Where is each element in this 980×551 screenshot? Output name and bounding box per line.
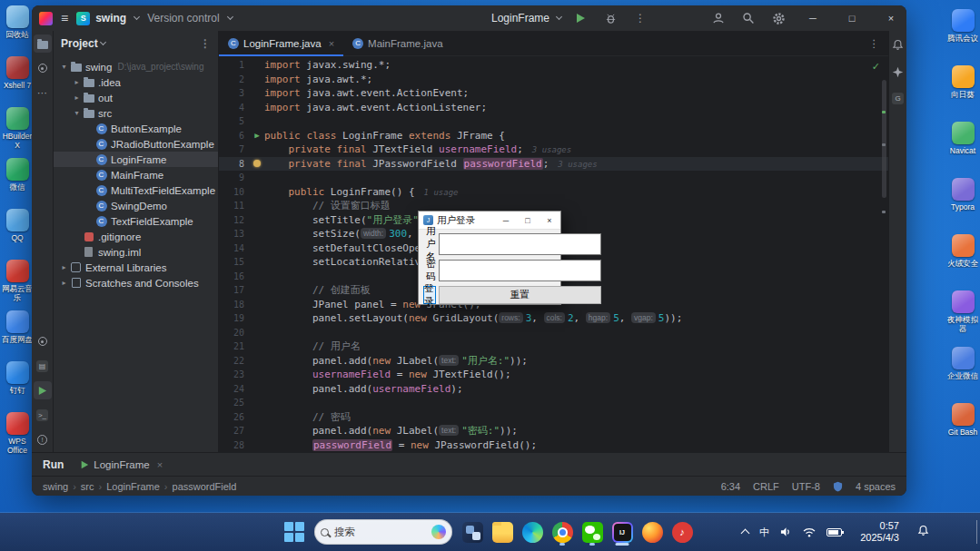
desktop-icon-right-6[interactable]: 企业微信 bbox=[947, 347, 978, 380]
minimize-button[interactable]: ─ bbox=[797, 5, 828, 31]
taskbar-search[interactable]: 搜索 bbox=[314, 519, 452, 545]
tree-item-TextFieldExample[interactable]: CTextFieldExample bbox=[54, 213, 218, 229]
vcs-widget[interactable]: Version control bbox=[147, 12, 232, 25]
more-actions-button[interactable]: ⋮ bbox=[629, 7, 651, 29]
tab-loginframe-java[interactable]: C LoginFrame.java × bbox=[219, 31, 343, 55]
wifi-icon[interactable] bbox=[803, 527, 816, 537]
code-line-22[interactable]: 22 panel.add(new JLabel(text:"用户名:")); bbox=[219, 354, 888, 369]
desktop-icon-right-2[interactable]: Navicat bbox=[947, 122, 978, 155]
tree-item-swing.iml[interactable]: swing.iml bbox=[54, 244, 218, 260]
run-button[interactable] bbox=[569, 7, 591, 29]
project-panel-header[interactable]: Project ⋮ bbox=[54, 31, 218, 56]
shield-icon[interactable] bbox=[833, 481, 843, 492]
code-line-25[interactable]: 25 bbox=[219, 396, 888, 410]
main-menu-icon[interactable]: ≡ bbox=[61, 12, 68, 25]
close-button[interactable]: × bbox=[876, 5, 906, 31]
caret-position[interactable]: 6:34 bbox=[721, 481, 740, 492]
code-line-24[interactable]: 24 panel.add(usernameField); bbox=[219, 382, 888, 397]
project-tool-button[interactable] bbox=[34, 34, 52, 53]
code-line-7[interactable]: 7 private final JTextField usernameField… bbox=[219, 143, 888, 157]
terminal-tool-button[interactable]: >_ bbox=[34, 406, 52, 424]
ai-assistant-button[interactable] bbox=[892, 65, 904, 82]
tree-item-MultiTextFieldExample[interactable]: CMultiTextFieldExample bbox=[54, 182, 218, 198]
more-tools-button[interactable]: ⋯ bbox=[34, 84, 52, 102]
tree-item-External Libraries[interactable]: ▸External Libraries bbox=[54, 260, 218, 275]
code-line-23[interactable]: 23 usernameField = new JTextField(); bbox=[219, 368, 888, 382]
run-config-widget[interactable]: LoginFrame bbox=[491, 12, 561, 25]
taskbar-app-edge[interactable] bbox=[520, 518, 544, 546]
desktop-icon-right-0[interactable]: 腾讯会议 bbox=[947, 9, 978, 43]
tree-item-LoginFrame[interactable]: CLoginFrame bbox=[54, 152, 218, 167]
taskbar-app-task-view[interactable] bbox=[460, 518, 484, 546]
code-line-9[interactable]: 9 bbox=[219, 171, 888, 185]
desktop-icon-right-4[interactable]: 火绒安全 bbox=[947, 234, 978, 268]
tree-item-.idea[interactable]: ▸.idea bbox=[54, 74, 218, 90]
username-field[interactable] bbox=[439, 233, 601, 255]
notifications-button[interactable] bbox=[892, 38, 904, 54]
dialog-close-button[interactable]: × bbox=[539, 212, 560, 229]
taskbar-app-netease-music[interactable] bbox=[670, 518, 694, 546]
start-button[interactable] bbox=[282, 520, 306, 544]
run-tab[interactable]: LoginFrame × bbox=[80, 459, 163, 470]
file-encoding[interactable]: UTF-8 bbox=[792, 481, 820, 492]
inspections-ok-icon[interactable]: ✓ bbox=[872, 61, 880, 73]
tray-overflow-icon[interactable] bbox=[741, 529, 750, 538]
code-line-27[interactable]: 27 panel.add(new JLabel(text:"密码:")); bbox=[219, 424, 888, 438]
notification-center-button[interactable] bbox=[917, 524, 929, 540]
tree-item-out[interactable]: ▸out bbox=[54, 90, 218, 105]
desktop-icon-left-1[interactable]: Xshell 7 bbox=[2, 56, 33, 90]
run-tab-close-icon[interactable]: × bbox=[157, 459, 163, 470]
desktop-icon-left-0[interactable]: 回收站 bbox=[2, 5, 33, 39]
reset-button[interactable]: 重置 bbox=[439, 286, 601, 304]
taskbar-app-wechat[interactable] bbox=[580, 518, 604, 546]
battery-icon[interactable] bbox=[827, 528, 842, 536]
desktop-icon-left-7[interactable]: 钉钉 bbox=[2, 361, 33, 395]
code-line-6[interactable]: 6▶public class LoginFrame extends JFrame… bbox=[219, 129, 888, 143]
breadcrumb[interactable]: swing›src›LoginFrame›passwordField bbox=[43, 481, 236, 492]
code-line-21[interactable]: 21 // 用户名 bbox=[219, 339, 888, 354]
desktop-icon-left-2[interactable]: HBuilder X bbox=[2, 107, 33, 150]
tree-item-ButtonExample[interactable]: CButtonExample bbox=[54, 121, 218, 136]
code-line-20[interactable]: 20 bbox=[219, 326, 888, 340]
tab-list-icon[interactable]: ⋮ bbox=[860, 31, 889, 55]
desktop-icon-left-4[interactable]: QQ bbox=[2, 209, 33, 242]
tree-item-Scratches and Consoles[interactable]: ▸Scratches and Consoles bbox=[54, 275, 218, 290]
desktop-icon-left-5[interactable]: 网易云音乐 bbox=[2, 260, 33, 302]
tab-close-icon[interactable]: × bbox=[329, 38, 334, 49]
code-line-8[interactable]: 8 private final JPasswordField passwordF… bbox=[219, 157, 888, 172]
debug-button[interactable] bbox=[599, 7, 621, 29]
code-line-2[interactable]: 2import java.awt.*; bbox=[219, 73, 888, 87]
project-widget[interactable]: S swing bbox=[76, 12, 139, 25]
taskbar-app-firefox[interactable] bbox=[640, 518, 664, 546]
breadcrumb-item[interactable]: src bbox=[81, 481, 94, 492]
code-line-10[interactable]: 10 public LoginFrame() {1 usage bbox=[219, 185, 888, 200]
code-line-19[interactable]: 19 panel.setLayout(new GridLayout(rows:3… bbox=[219, 311, 888, 326]
code-line-5[interactable]: 5 bbox=[219, 114, 888, 129]
code-line-26[interactable]: 26 // 密码 bbox=[219, 410, 888, 425]
desktop-icon-left-3[interactable]: 微信 bbox=[2, 158, 33, 192]
editor-scrollbar[interactable] bbox=[882, 80, 886, 198]
desktop-icon-right-7[interactable]: Git Bash bbox=[947, 403, 978, 437]
settings-button[interactable] bbox=[767, 7, 789, 29]
commit-tool-button[interactable] bbox=[34, 59, 52, 77]
line-separator[interactable]: CRLF bbox=[753, 481, 779, 492]
desktop-icon-left-6[interactable]: 百度网盘 bbox=[2, 310, 33, 344]
gradle-button[interactable]: G bbox=[892, 93, 904, 104]
taskbar-app-chrome[interactable] bbox=[550, 518, 574, 546]
tree-item-swing[interactable]: ▾swingD:\java_project\swing bbox=[54, 59, 218, 74]
volume-icon[interactable] bbox=[780, 526, 792, 537]
taskbar-clock[interactable]: 0:57 2025/4/3 bbox=[860, 520, 899, 544]
login-button[interactable]: 登录 bbox=[423, 286, 436, 304]
run-tool-button[interactable] bbox=[34, 381, 52, 399]
maximize-button[interactable]: □ bbox=[836, 5, 867, 31]
show-desktop-button[interactable] bbox=[976, 520, 980, 544]
taskbar-app-file-explorer[interactable] bbox=[490, 518, 514, 546]
run-gutter-icon[interactable]: ▶ bbox=[254, 131, 259, 140]
dialog-titlebar[interactable]: J 用户登录 ─ □ × bbox=[419, 212, 560, 230]
code-line-4[interactable]: 4import java.awt.event.ActionListener; bbox=[219, 101, 888, 115]
structure-tool-button[interactable]: ▤ bbox=[34, 357, 52, 375]
intention-bulb-icon[interactable] bbox=[253, 160, 261, 167]
tab-mainframe-java[interactable]: C MainFrame.java bbox=[343, 31, 451, 55]
code-line-3[interactable]: 3import java.awt.event.ActionEvent; bbox=[219, 86, 888, 101]
code-line-28[interactable]: 28 passwordField = new JPasswordField(); bbox=[219, 438, 888, 453]
